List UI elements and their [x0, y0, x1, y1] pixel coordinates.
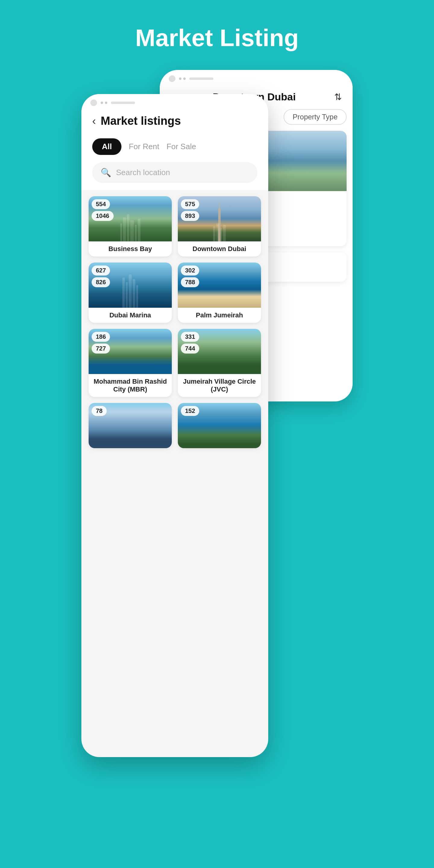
tab-for-rent[interactable]: For Rent — [129, 142, 159, 151]
location-card-business-bay[interactable]: 554 1046 Business Bay — [89, 196, 172, 256]
downtown-dubai-name: Downtown Dubai — [178, 241, 261, 256]
location-image-jvc: 331 744 — [178, 329, 261, 374]
search-input[interactable]: Search location — [116, 168, 170, 177]
tab-for-sale[interactable]: For Sale — [166, 142, 196, 151]
location-card-dubai-marina[interactable]: 627 826 Dubai Marina — [89, 262, 172, 323]
location-card-downtown-dubai[interactable]: 575 893 Downtown Dubai — [178, 196, 261, 256]
location-card-mbr[interactable]: 186 727 Mohammad Bin Rashid City (MBR) — [89, 329, 172, 397]
palm-stats: 302 788 — [181, 266, 199, 287]
bottom1-stats: 78 — [92, 406, 107, 416]
front-camera — [90, 99, 97, 106]
downtown-stat1: 575 — [181, 199, 199, 209]
bottom1-stat1: 78 — [92, 406, 107, 416]
business-bay-name: Business Bay — [89, 241, 172, 256]
downtown-stat2: 893 — [181, 211, 199, 221]
marina-stat2: 826 — [92, 277, 110, 287]
palm-jumeirah-name: Palm Jumeirah — [178, 308, 261, 323]
location-card-bottom2[interactable]: 152 — [178, 403, 261, 448]
marina-stat1: 627 — [92, 266, 110, 276]
tab-all[interactable]: All — [92, 138, 121, 155]
location-image-palm: 302 788 — [178, 262, 261, 308]
search-bar: 🔍 Search location — [82, 162, 268, 190]
location-image-bottom1: 78 — [89, 403, 172, 448]
palm-stat2: 788 — [181, 277, 199, 287]
mbr-name: Mohammad Bin Rashid City (MBR) — [89, 374, 172, 397]
location-image-bottom2: 152 — [178, 403, 261, 448]
search-icon: 🔍 — [101, 167, 111, 178]
back-speaker — [189, 78, 213, 80]
front-speaker — [111, 101, 135, 104]
location-grid: 554 1046 Business Bay — [82, 190, 268, 454]
filter-tabs: All For Rent For Sale — [82, 133, 268, 162]
location-card-jvc[interactable]: 331 744 Jumeirah Village Circle (JVC) — [178, 329, 261, 397]
location-card-bottom1[interactable]: 78 — [89, 403, 172, 448]
back-camera — [169, 75, 176, 82]
jvc-stat1: 331 — [181, 332, 199, 342]
location-image-business-bay: 554 1046 — [89, 196, 172, 241]
business-bay-stat1: 554 — [92, 199, 110, 209]
mbr-stat1: 186 — [92, 332, 110, 342]
front-phone: ‹ Market listings All For Rent For Sale … — [82, 94, 268, 757]
property-type-pill[interactable]: Property Type — [284, 109, 347, 125]
bottom2-stat1: 152 — [181, 406, 199, 416]
business-bay-stats: 554 1046 — [92, 199, 114, 221]
front-dots — [101, 101, 107, 104]
front-phone-notch — [82, 94, 268, 112]
market-listings-title: Market listings — [101, 115, 181, 127]
mbr-stats: 186 727 — [92, 332, 110, 353]
sort-icon[interactable]: ⇅ — [334, 92, 342, 102]
jvc-stat2: 744 — [181, 344, 199, 353]
business-bay-stat2: 1046 — [92, 211, 114, 221]
dubai-marina-name: Dubai Marina — [89, 308, 172, 323]
back-phone-notch — [160, 70, 352, 87]
marina-stats: 627 826 — [92, 266, 110, 287]
front-dot2 — [105, 101, 107, 104]
location-image-downtown: 575 893 — [178, 196, 261, 241]
palm-stat1: 302 — [181, 266, 199, 276]
front-phone-header: ‹ Market listings — [82, 112, 268, 133]
search-input-wrapper[interactable]: 🔍 Search location — [92, 162, 257, 183]
location-image-marina: 627 826 — [89, 262, 172, 308]
front-dot1 — [101, 101, 103, 104]
downtown-stats: 575 893 — [181, 199, 199, 221]
location-image-mbr: 186 727 — [89, 329, 172, 374]
jvc-stats: 331 744 — [181, 332, 199, 353]
front-back-arrow-icon[interactable]: ‹ — [92, 115, 96, 127]
phones-container: ‹ Downtown Dubai ⇅ All For Rent Property… — [82, 70, 352, 793]
dot2 — [183, 78, 186, 80]
bottom2-stats: 152 — [181, 406, 199, 416]
mbr-stat2: 727 — [92, 344, 110, 353]
page-title: Market Listing — [135, 24, 299, 52]
jvc-name: Jumeirah Village Circle (JVC) — [178, 374, 261, 397]
back-dots — [179, 78, 186, 80]
dot1 — [179, 78, 181, 80]
location-card-palm-jumeirah[interactable]: 302 788 Palm Jumeirah — [178, 262, 261, 323]
